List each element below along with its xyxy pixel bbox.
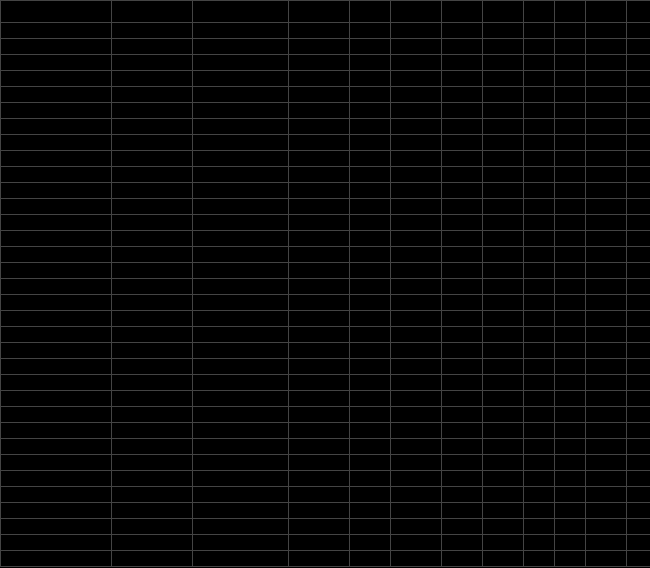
grid-cell[interactable]	[112, 471, 193, 487]
grid-cell[interactable]	[586, 359, 627, 375]
grid-cell[interactable]	[289, 471, 350, 487]
grid-cell[interactable]	[1, 1, 112, 23]
grid-cell[interactable]	[1, 199, 112, 215]
grid-cell[interactable]	[1, 343, 112, 359]
grid-cell[interactable]	[586, 183, 627, 199]
grid-cell[interactable]	[112, 487, 193, 503]
grid-cell[interactable]	[627, 503, 651, 519]
grid-cell[interactable]	[627, 231, 651, 247]
grid-cell[interactable]	[483, 1, 524, 23]
grid-cell[interactable]	[289, 55, 350, 71]
grid-cell[interactable]	[483, 199, 524, 215]
grid-cell[interactable]	[289, 119, 350, 135]
grid-cell[interactable]	[627, 247, 651, 263]
grid-cell[interactable]	[391, 327, 442, 343]
grid-cell[interactable]	[391, 199, 442, 215]
grid-cell[interactable]	[350, 71, 391, 87]
grid-cell[interactable]	[442, 87, 483, 103]
grid-cell[interactable]	[586, 503, 627, 519]
grid-cell[interactable]	[350, 1, 391, 23]
grid-cell[interactable]	[193, 471, 289, 487]
grid-cell[interactable]	[289, 39, 350, 55]
grid-cell[interactable]	[524, 55, 555, 71]
grid-cell[interactable]	[524, 471, 555, 487]
grid-cell[interactable]	[193, 455, 289, 471]
grid-cell[interactable]	[1, 359, 112, 375]
grid-cell[interactable]	[586, 71, 627, 87]
grid-cell[interactable]	[350, 359, 391, 375]
grid-cell[interactable]	[289, 375, 350, 391]
grid-cell[interactable]	[112, 535, 193, 551]
grid-cell[interactable]	[555, 39, 586, 55]
grid-cell[interactable]	[391, 279, 442, 295]
grid-cell[interactable]	[112, 55, 193, 71]
grid-cell[interactable]	[289, 183, 350, 199]
grid-cell[interactable]	[350, 311, 391, 327]
grid-cell[interactable]	[112, 183, 193, 199]
grid-cell[interactable]	[627, 391, 651, 407]
grid-cell[interactable]	[483, 247, 524, 263]
grid-cell[interactable]	[483, 375, 524, 391]
grid-cell[interactable]	[524, 311, 555, 327]
grid-cell[interactable]	[555, 295, 586, 311]
grid-cell[interactable]	[483, 39, 524, 55]
grid-cell[interactable]	[112, 455, 193, 471]
grid-cell[interactable]	[555, 327, 586, 343]
grid-cell[interactable]	[555, 471, 586, 487]
grid-cell[interactable]	[193, 247, 289, 263]
grid-cell[interactable]	[555, 87, 586, 103]
grid-cell[interactable]	[193, 375, 289, 391]
grid-cell[interactable]	[350, 295, 391, 311]
grid-cell[interactable]	[442, 439, 483, 455]
grid-cell[interactable]	[524, 263, 555, 279]
grid-cell[interactable]	[112, 439, 193, 455]
grid-cell[interactable]	[442, 343, 483, 359]
grid-cell[interactable]	[112, 263, 193, 279]
grid-cell[interactable]	[524, 183, 555, 199]
grid-cell[interactable]	[524, 343, 555, 359]
grid-cell[interactable]	[1, 119, 112, 135]
grid-cell[interactable]	[391, 247, 442, 263]
grid-cell[interactable]	[524, 279, 555, 295]
grid-cell[interactable]	[524, 535, 555, 551]
grid-cell[interactable]	[586, 39, 627, 55]
grid-cell[interactable]	[112, 359, 193, 375]
grid-cell[interactable]	[391, 263, 442, 279]
grid-cell[interactable]	[524, 503, 555, 519]
grid-cell[interactable]	[483, 519, 524, 535]
grid-cell[interactable]	[586, 247, 627, 263]
grid-cell[interactable]	[627, 55, 651, 71]
grid-cell[interactable]	[442, 455, 483, 471]
grid-cell[interactable]	[112, 215, 193, 231]
grid-cell[interactable]	[483, 503, 524, 519]
grid-cell[interactable]	[524, 135, 555, 151]
grid-cell[interactable]	[442, 199, 483, 215]
grid-cell[interactable]	[193, 311, 289, 327]
grid-cell[interactable]	[350, 263, 391, 279]
grid-cell[interactable]	[483, 439, 524, 455]
grid-cell[interactable]	[524, 119, 555, 135]
grid-cell[interactable]	[391, 551, 442, 567]
grid-cell[interactable]	[483, 295, 524, 311]
grid-cell[interactable]	[586, 551, 627, 567]
grid-cell[interactable]	[524, 1, 555, 23]
grid-cell[interactable]	[1, 135, 112, 151]
grid-cell[interactable]	[524, 391, 555, 407]
grid-cell[interactable]	[289, 487, 350, 503]
grid-cell[interactable]	[391, 87, 442, 103]
grid-cell[interactable]	[112, 87, 193, 103]
grid-cell[interactable]	[483, 423, 524, 439]
grid-cell[interactable]	[627, 151, 651, 167]
grid-cell[interactable]	[112, 327, 193, 343]
grid-cell[interactable]	[555, 519, 586, 535]
grid-cell[interactable]	[1, 423, 112, 439]
grid-cell[interactable]	[627, 455, 651, 471]
grid-cell[interactable]	[586, 279, 627, 295]
grid-cell[interactable]	[555, 535, 586, 551]
grid-cell[interactable]	[483, 167, 524, 183]
grid-cell[interactable]	[193, 439, 289, 455]
grid-cell[interactable]	[586, 151, 627, 167]
grid-cell[interactable]	[391, 215, 442, 231]
grid-cell[interactable]	[1, 551, 112, 567]
grid-cell[interactable]	[627, 519, 651, 535]
